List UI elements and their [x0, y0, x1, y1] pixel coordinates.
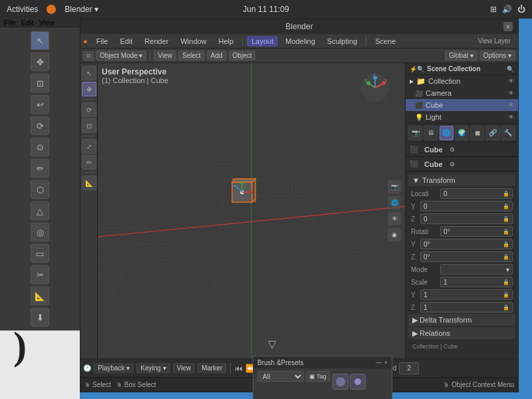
- launcher-tool-rect[interactable]: ▭: [31, 244, 49, 263]
- toolbar-select[interactable]: Select: [178, 51, 205, 61]
- menu-render[interactable]: Render: [140, 36, 173, 47]
- tool-measure[interactable]: 📐: [82, 176, 96, 190]
- props-scene-icon[interactable]: 🌐: [440, 126, 454, 140]
- brush-panel-controls: — ×: [376, 359, 388, 366]
- tool-select-cursor[interactable]: ↖: [82, 66, 96, 80]
- workspace-scene[interactable]: Scene: [370, 36, 400, 47]
- object-type-icon: ⬛: [410, 146, 418, 153]
- brush-panel-minimize[interactable]: —: [376, 359, 382, 366]
- workspace-modeling[interactable]: Modeling: [281, 36, 320, 47]
- axis-indicator[interactable]: X Y Z: [358, 71, 385, 98]
- brush-preset-1[interactable]: [332, 374, 348, 390]
- outliner-item-light[interactable]: 💡 Light 👁: [406, 111, 518, 123]
- data-name-display: Cube: [422, 160, 446, 168]
- launcher-tool-tri[interactable]: △: [31, 201, 49, 220]
- tool-rotate[interactable]: ⟳: [82, 102, 96, 117]
- vp-view-icon[interactable]: 👁: [388, 212, 401, 225]
- rotation-x-field[interactable]: 0° 🔒: [440, 226, 513, 237]
- location-x-field[interactable]: 0 🔒: [440, 188, 513, 199]
- launcher-edit[interactable]: Edit: [21, 19, 34, 27]
- delta-transform-header[interactable]: ▶ Delta Transform: [408, 314, 515, 326]
- launcher-tool-down[interactable]: ⬇: [31, 308, 49, 327]
- launcher-tool-cut[interactable]: ✂: [31, 265, 49, 284]
- location-z-field[interactable]: 0 🔒: [420, 213, 513, 224]
- viewport-3d[interactable]: User Perspective (1) Collection | Cube: [98, 63, 405, 358]
- outliner-item-cube[interactable]: ⬛ Cube 👁: [406, 99, 518, 111]
- rotation-y-field[interactable]: 0° 🔒: [420, 239, 513, 249]
- rotation-z-field[interactable]: 0° 🔒: [420, 251, 513, 262]
- props-world-icon[interactable]: 🌍: [455, 126, 469, 140]
- vp-world-icon[interactable]: 🌐: [388, 196, 401, 209]
- launcher-tool-hex[interactable]: ⬡: [31, 180, 49, 199]
- mode-selector[interactable]: ▾: [440, 264, 513, 275]
- props-modifier-icon[interactable]: 🔧: [501, 126, 515, 140]
- launcher-tool-pen[interactable]: ✏: [31, 159, 49, 178]
- object-mode-selector[interactable]: Object Mode ▾: [96, 51, 146, 61]
- object-menu-icon[interactable]: ⚙: [450, 146, 455, 153]
- launcher-tool-undo[interactable]: ↩: [31, 95, 49, 114]
- window-close-button[interactable]: ×: [503, 22, 513, 31]
- svg-point-46: [336, 377, 345, 386]
- brush-category-select[interactable]: All: [257, 371, 304, 382]
- brush-preset-2[interactable]: [350, 374, 366, 390]
- keying-btn[interactable]: Keying ▾: [136, 363, 170, 373]
- toolbar-options[interactable]: Options ▾: [479, 51, 515, 61]
- launcher-file[interactable]: File: [4, 19, 16, 27]
- status-context-menu: 🖱 Object Context Menu: [444, 381, 514, 388]
- launcher-tool-box[interactable]: ⊡: [31, 74, 49, 92]
- launcher-view[interactable]: View: [39, 19, 55, 27]
- props-constraint-icon[interactable]: 🔗: [485, 126, 499, 140]
- timeline-view-btn[interactable]: View: [173, 363, 196, 373]
- collection-eye-icon[interactable]: 👁: [508, 78, 514, 84]
- props-render-icon[interactable]: 📷: [408, 126, 422, 140]
- timeline-marker-btn[interactable]: Marker: [198, 363, 226, 373]
- launcher-tool-select[interactable]: ↖: [31, 31, 49, 50]
- props-object-icon[interactable]: ◼: [470, 126, 484, 140]
- scale-z-field[interactable]: 1 🔒: [420, 302, 513, 313]
- brush-panel-close[interactable]: ×: [384, 359, 388, 366]
- vp-camera-icon[interactable]: 📷: [388, 180, 401, 194]
- toolbar-view[interactable]: View: [154, 51, 176, 61]
- toolbar-blender-icon: ⚙: [83, 51, 94, 61]
- tool-scale[interactable]: ⊡: [82, 118, 96, 133]
- svg-point-0: [47, 5, 56, 14]
- launcher-tool-move[interactable]: ✥: [31, 53, 49, 71]
- launcher-tool-rotate[interactable]: ⟳: [31, 116, 49, 135]
- toolbar-global[interactable]: Global ▾: [445, 51, 477, 61]
- launcher-tool-measure[interactable]: 📐: [31, 287, 49, 305]
- toolbar-add[interactable]: Add: [207, 51, 227, 61]
- playback-btn[interactable]: Playback ▾: [94, 363, 134, 373]
- transform-section-header[interactable]: ▼ Transform: [408, 174, 515, 186]
- workspace-layout[interactable]: Layout: [247, 36, 278, 47]
- cube-eye-icon[interactable]: 👁: [508, 102, 514, 108]
- menu-edit[interactable]: Edit: [115, 36, 137, 47]
- lock-icon-sz: 🔒: [503, 305, 509, 311]
- outliner-item-collection[interactable]: ▶ 📁 Collection 👁: [406, 75, 518, 87]
- activities-label[interactable]: Activities: [7, 5, 38, 14]
- tool-transform[interactable]: ⤢: [82, 139, 96, 154]
- cube-name: Cube: [426, 101, 443, 109]
- launcher-tool-circle[interactable]: ◎: [31, 223, 49, 241]
- outliner-item-camera[interactable]: 🎥 Camera 👁: [406, 87, 518, 99]
- location-y-field[interactable]: 0 🔒: [420, 201, 513, 211]
- launcher-tool-cursor[interactable]: ⊙: [31, 138, 49, 156]
- tool-move-transform[interactable]: ✥: [82, 82, 96, 96]
- menu-help[interactable]: Help: [214, 36, 239, 47]
- vp-shading-icon[interactable]: ◉: [388, 228, 401, 241]
- scale-y-field[interactable]: 1 🔒: [420, 289, 513, 300]
- workspace-sculpting[interactable]: Sculpting: [323, 36, 362, 47]
- toolbar-object[interactable]: Object: [229, 51, 256, 61]
- brush-tag-button[interactable]: ▣ Tag: [306, 371, 330, 382]
- light-eye-icon[interactable]: 👁: [508, 114, 514, 120]
- menu-file[interactable]: File: [92, 36, 113, 47]
- skip-start-icon[interactable]: ⏮: [235, 364, 243, 373]
- tool-annotate[interactable]: ✏: [82, 155, 96, 170]
- blender-label[interactable]: Blender ▾: [65, 5, 98, 14]
- camera-eye-icon[interactable]: 👁: [508, 90, 514, 96]
- end-frame-input[interactable]: [399, 362, 419, 374]
- relations-header[interactable]: ▶ Relations: [408, 327, 515, 339]
- scale-x-field[interactable]: 1 🔒: [440, 277, 513, 287]
- props-output-icon[interactable]: 🖥: [424, 126, 438, 140]
- menu-window[interactable]: Window: [176, 36, 211, 47]
- data-menu-icon[interactable]: ⚙: [450, 161, 455, 168]
